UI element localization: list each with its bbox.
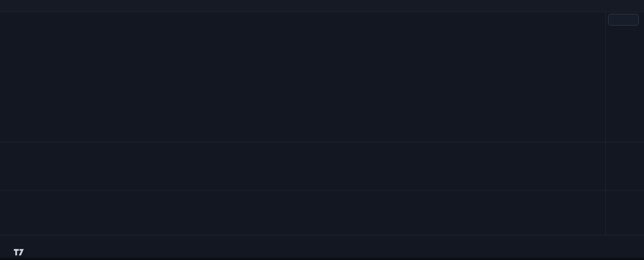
price-axis-separator <box>605 12 606 235</box>
pane-top-border <box>0 12 644 12</box>
symbol-legend[interactable] <box>8 16 22 21</box>
tradingview-snapshot <box>0 0 644 260</box>
rsi-legend[interactable] <box>8 148 19 153</box>
ma-legend[interactable] <box>8 23 15 28</box>
snapshot-logo-box[interactable] <box>608 14 639 26</box>
time-axis-separator <box>0 235 644 235</box>
macd-pane-separator[interactable] <box>0 190 644 190</box>
tradingview-logo-icon[interactable] <box>13 248 26 256</box>
rsi-pane-separator[interactable] <box>0 142 644 142</box>
macd-legend[interactable] <box>8 195 17 201</box>
chart-canvas[interactable] <box>0 0 644 260</box>
bottom-strip <box>0 258 644 260</box>
